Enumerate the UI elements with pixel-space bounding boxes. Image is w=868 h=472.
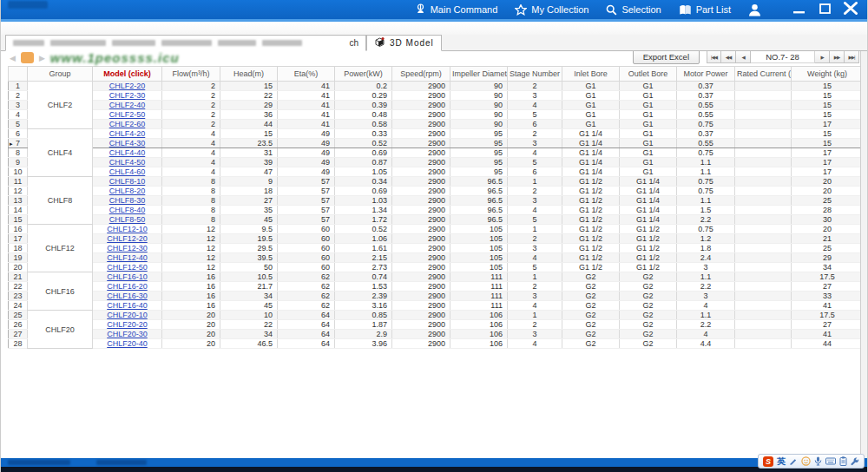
table-row[interactable]: 16CHLF12CHLF12-10129.5600.5229001051G1 1… [9,225,864,234]
sogou-logo-icon[interactable]: S [763,456,773,467]
model-link[interactable]: CHLF16-30 [107,292,148,300]
table-row[interactable]: 27CHLF20-302034642.929001063G2G2441 [9,330,864,339]
column-header[interactable]: Motor Power [677,67,735,82]
table-row[interactable]: 15CHLF8-50845571.72290096.55G1 1/2G1 1/4… [9,215,864,225]
model-link[interactable]: CHLF8-40 [109,206,146,214]
pager-next-button[interactable]: ▶ [815,50,830,63]
table-row[interactable]: 9CHLF4-50439490.872900955G1 1/4G11.117 [9,158,864,167]
selection-button[interactable]: Selection [606,4,661,16]
column-header[interactable]: Eta(%) [278,67,335,82]
model-link[interactable]: CHLF4-20 [109,129,146,138]
my-collection-button[interactable]: My Collection [515,4,589,16]
table-row[interactable]: 17CHLF12-201219.5601.0629001052G1 1/2G1 … [9,234,864,244]
model-link[interactable]: CHLF12-30 [107,244,148,252]
column-header[interactable]: Power(kW) [335,67,392,82]
pager-last-button[interactable]: ▶▶| [845,50,859,63]
group-cell: CHLF20 [28,311,93,349]
table-row[interactable]: 3CHLF2-40229410.392900904G1G10.5515 [9,101,864,110]
cell-stage: 4 [508,301,562,311]
model-link[interactable]: CHLF12-50 [107,263,148,272]
column-header[interactable]: Impeller Diameter [450,67,508,82]
table-row[interactable]: 5CHLF2-60244410.582900906G1G10.7517 [9,120,864,129]
model-link[interactable]: CHLF4-60 [109,167,146,176]
model-link[interactable]: CHLF12-20 [107,234,148,243]
model-link[interactable]: CHLF8-30 [109,196,146,205]
column-header[interactable]: Inlet Bore [562,67,620,82]
table-row[interactable]: 4CHLF2-50236410.482900905G1G10.5515 [9,110,864,120]
column-header[interactable]: Speed(rpm) [392,67,450,82]
model-link[interactable]: CHLF20-20 [107,320,148,329]
column-header[interactable]: Outlet Bore [620,67,677,82]
main-command-button[interactable]: Main Command [415,3,498,16]
model-link[interactable]: CHLF16-20 [107,282,148,291]
table-row[interactable]: 8CHLF4-40431490.692900954G1 1/4G10.7517 [9,148,864,158]
column-header[interactable]: Model (click) [93,67,162,82]
column-header[interactable]: Stage Number [508,67,562,82]
wrench-icon[interactable] [851,457,859,466]
table-row[interactable]: 12CHLF8-20818570.69290096.52G1 1/2G1 1/4… [9,187,864,196]
model-link[interactable]: CHLF2-60 [109,120,146,128]
pager-prev-button[interactable]: ◀ [736,50,751,63]
column-header[interactable]: Head(m) [220,67,278,82]
model-link[interactable]: CHLF12-40 [107,253,148,262]
table-row[interactable]: 13CHLF8-30827571.03290096.53G1 1/2G1 1/4… [9,196,864,206]
tab-3d-model[interactable]: 3D Model [366,35,442,51]
model-link[interactable]: CHLF12-10 [107,225,148,233]
model-link[interactable]: CHLF16-10 [107,272,148,281]
model-link[interactable]: CHLF2-20 [109,82,146,90]
column-header[interactable] [9,67,28,82]
table-row[interactable]: 18CHLF12-301229.5601.6129001053G1 1/2G1 … [9,244,864,253]
part-list-button[interactable]: Part List [679,4,731,16]
model-link[interactable]: CHLF20-30 [107,330,148,338]
model-link[interactable]: CHLF2-40 [109,101,146,109]
model-link[interactable]: CHLF2-50 [109,110,146,119]
column-header[interactable]: Weight (kg) [792,67,864,82]
mic-icon[interactable] [814,456,822,466]
table-row[interactable]: 21CHLF16CHLF16-101610.5620.7429001111G2G… [9,272,864,282]
pager-first-button[interactable]: |◀◀ [707,50,721,63]
close-button[interactable] [841,2,860,17]
model-link[interactable]: CHLF4-30 [109,139,146,148]
ime-language-toggle[interactable]: 英 [777,455,786,468]
pager-fast-prev-button[interactable]: ◀◀ [721,50,736,63]
column-header[interactable]: Rated Current (A) [735,67,792,82]
table-row[interactable]: 1CHLF2CHLF2-20215410.22900902G1G10.3715 [9,82,864,91]
pen-icon[interactable] [789,457,798,466]
table-row[interactable]: 24CHLF16-401645623.1629001114G2G2441 [9,301,864,311]
pager-fast-next-button[interactable]: ▶▶ [830,50,845,63]
user-account-button[interactable] [748,3,761,16]
column-header[interactable]: Flow(m³/h) [162,67,220,82]
table-row[interactable]: 20CHLF12-501250602.7329001055G1 1/2G1 1/… [9,263,864,272]
smiley-icon[interactable] [801,456,811,466]
keyboard-icon[interactable] [825,457,836,465]
model-link[interactable]: CHLF8-50 [109,215,146,224]
export-excel-button[interactable]: Export Excel [633,49,700,64]
column-header[interactable]: Group [28,67,93,82]
table-row[interactable]: 2CHLF2-30222410.292900903G1G10.3715 [9,91,864,101]
model-link[interactable]: CHLF20-40 [107,339,148,348]
model-link[interactable]: CHLF20-10 [107,311,148,319]
table-row[interactable]: 26CHLF20-202022641.8729001062G2G22.227 [9,320,864,330]
table-row[interactable]: 19CHLF12-401239.5602.1529001054G1 1/2G1 … [9,253,864,263]
table-row[interactable]: 11CHLF8CHLF8-1089570.34290096.51G1 1/2G1… [9,177,864,187]
cell-eta: 64 [278,330,335,339]
minimize-button[interactable] [789,2,808,17]
table-row[interactable]: 28CHLF20-402046.5643.9629001064G2G24.444 [9,339,864,349]
table-row[interactable]: 22CHLF16-201621.7621.5329001112G2G22.227 [9,282,864,292]
model-link[interactable]: CHLF4-40 [109,148,146,157]
table-row[interactable]: 14CHLF8-40835571.34290096.54G1 1/2G1 1/4… [9,206,864,215]
table-row[interactable]: ▸7CHLF4-30423.5490.522900953G1 1/4G10.55… [9,139,864,148]
vertical-scrollbar[interactable] [860,50,867,458]
model-link[interactable]: CHLF8-10 [109,177,146,186]
table-row[interactable]: 10CHLF4-60447491.052900956G1 1/4G11.117 [9,167,864,177]
model-link[interactable]: CHLF2-30 [109,91,146,100]
table-row[interactable]: 23CHLF16-301634622.3929001113G2G2333 [9,292,864,301]
table-row[interactable]: 25CHLF20CHLF20-102010640.8529001061G2G21… [9,311,864,320]
model-link[interactable]: CHLF4-50 [109,158,146,167]
maximize-button[interactable] [815,2,834,17]
model-link[interactable]: CHLF8-20 [109,187,146,195]
clipboard-icon[interactable] [839,456,847,466]
table-row[interactable]: 6CHLF4CHLF4-20415490.332900952G1 1/4G10.… [9,129,864,139]
tab-search[interactable]: ch [5,35,366,51]
model-link[interactable]: CHLF16-40 [107,301,148,310]
